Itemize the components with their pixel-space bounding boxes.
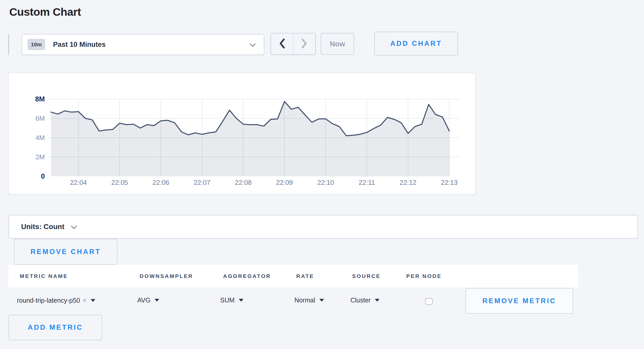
units-dropdown[interactable]: Units: Count — [9, 215, 638, 239]
source-dropdown[interactable]: Cluster — [350, 296, 379, 304]
svg-text:22:06: 22:06 — [152, 179, 169, 186]
aggregator-dropdown[interactable]: SUM — [220, 296, 243, 304]
svg-text:22:12: 22:12 — [400, 179, 417, 186]
svg-text:22:05: 22:05 — [111, 179, 128, 186]
now-button[interactable]: Now — [321, 33, 354, 55]
chevron-left-icon — [278, 38, 286, 50]
chart-card: 02M4M6M8M22:0422:0522:0622:0722:0822:092… — [8, 73, 476, 195]
aggregator-value: SUM — [220, 296, 235, 304]
units-label: Units: Count — [21, 223, 64, 231]
time-range-badge: 10m — [28, 39, 45, 50]
downsampler-dropdown[interactable]: AVG — [137, 296, 159, 304]
add-metric-button[interactable]: ADD METRIC — [9, 315, 102, 340]
svg-text:22:04: 22:04 — [70, 179, 87, 186]
column-header-metric-name: METRIC NAME — [20, 273, 68, 279]
caret-down-icon — [155, 299, 159, 302]
page-title: Custom Chart — [9, 6, 81, 18]
clear-metric-icon[interactable]: × — [83, 296, 87, 304]
caret-down-icon — [239, 299, 243, 302]
custom-chart-page: Custom Chart 10m Past 10 Minutes Now ADD… — [0, 0, 644, 349]
metric-name-dropdown[interactable]: round-trip-latency-p50 × — [17, 296, 95, 304]
time-range-dropdown[interactable]: 10m Past 10 Minutes — [22, 34, 264, 55]
rate-value: Normal — [294, 296, 315, 304]
remove-metric-button[interactable]: REMOVE METRIC — [465, 288, 573, 314]
downsampler-value: AVG — [137, 296, 150, 304]
svg-text:22:10: 22:10 — [317, 179, 334, 186]
svg-text:2M: 2M — [36, 153, 45, 161]
add-chart-button[interactable]: ADD CHART — [374, 32, 458, 56]
caret-down-icon — [319, 299, 324, 302]
metric-name-value: round-trip-latency-p50 — [17, 297, 80, 304]
svg-text:0: 0 — [41, 172, 45, 180]
chevron-down-icon — [71, 223, 77, 229]
prev-time-button[interactable] — [271, 33, 293, 54]
timeseries-chart[interactable]: 02M4M6M8M22:0422:0522:0622:0722:0822:092… — [9, 73, 475, 194]
column-header-downsampler: DOWNSAMPLER — [140, 273, 193, 279]
time-range-label: Past 10 Minutes — [53, 41, 250, 49]
next-time-button[interactable] — [293, 33, 316, 54]
source-value: Cluster — [350, 296, 371, 304]
per-node-checkbox[interactable] — [425, 298, 433, 305]
toolbar-accent-line — [8, 34, 9, 55]
column-header-per-node: PER NODE — [406, 273, 442, 279]
svg-text:4M: 4M — [36, 134, 45, 142]
metrics-table-header: METRIC NAME DOWNSAMPLER AGGREGATOR RATE … — [8, 265, 578, 287]
column-header-source: SOURCE — [352, 273, 381, 279]
caret-down-icon — [91, 299, 95, 302]
svg-text:22:13: 22:13 — [441, 179, 457, 186]
chevron-down-icon — [250, 41, 256, 47]
svg-text:8M: 8M — [35, 95, 45, 103]
svg-text:22:08: 22:08 — [235, 179, 252, 186]
caret-down-icon — [375, 299, 379, 302]
svg-text:6M: 6M — [36, 115, 45, 122]
svg-text:22:09: 22:09 — [276, 179, 293, 186]
chevron-right-icon — [301, 38, 308, 50]
column-header-rate: RATE — [296, 273, 314, 279]
column-header-aggregator: AGGREGATOR — [223, 273, 271, 279]
remove-chart-button[interactable]: REMOVE CHART — [14, 239, 117, 265]
svg-text:22:07: 22:07 — [194, 179, 210, 186]
time-nav-group — [270, 33, 316, 55]
svg-text:22:11: 22:11 — [359, 179, 375, 186]
rate-dropdown[interactable]: Normal — [294, 296, 324, 304]
